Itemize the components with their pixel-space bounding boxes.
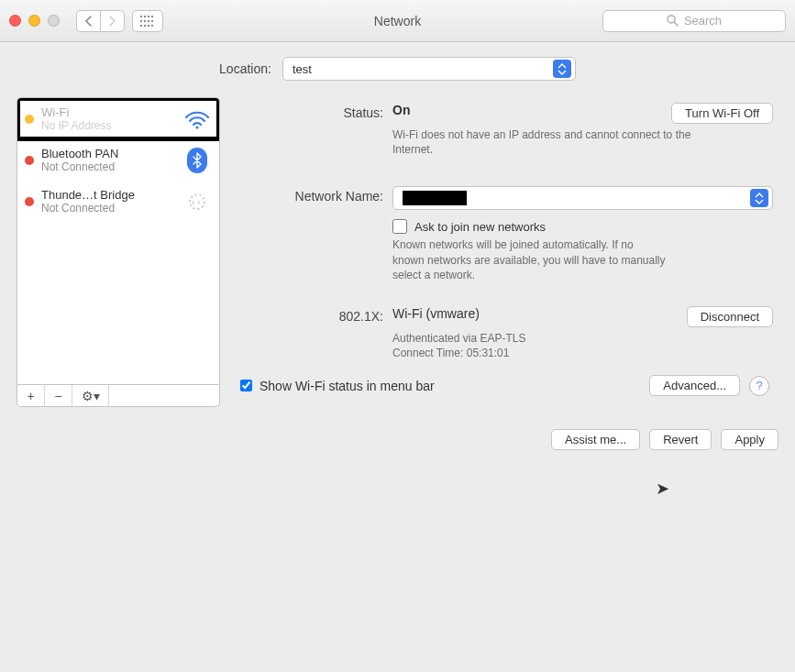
svg-rect-7	[151, 20, 153, 22]
svg-rect-0	[140, 16, 142, 17]
interface-list-toolbar: + − ⚙︎▾	[17, 385, 220, 407]
sidebar-item-sublabel: Not Connected	[41, 202, 177, 215]
svg-rect-11	[151, 25, 153, 27]
svg-rect-4	[140, 20, 142, 22]
sidebar-item-thunderbolt-bridge[interactable]: Thunde…t Bridge Not Connected ‹ ›	[17, 181, 219, 222]
network-name-select[interactable]	[392, 186, 773, 210]
svg-rect-5	[144, 20, 146, 22]
dropdown-caret-icon	[553, 60, 571, 78]
dot1x-profile-name: Wi-Fi (vmware)	[392, 306, 480, 321]
zoom-window-button[interactable]	[48, 15, 60, 27]
show-wifi-menubar-checkbox[interactable]	[240, 380, 252, 391]
help-button[interactable]: ?	[749, 376, 769, 396]
svg-rect-6	[148, 20, 149, 22]
toggle-wifi-button[interactable]: Turn Wi-Fi Off	[671, 103, 773, 124]
search-placeholder: Search	[684, 14, 722, 28]
sidebar-item-sublabel: Not Connected	[41, 160, 177, 173]
bottom-action-bar: Assist me... Revert Apply	[0, 416, 795, 465]
interface-actions-button[interactable]: ⚙︎▾	[72, 385, 109, 406]
svg-point-14	[195, 126, 198, 128]
interface-detail-panel: Status: On Turn Wi-Fi Off Wi-Fi does not…	[231, 97, 778, 407]
forward-button[interactable]	[100, 10, 125, 32]
dot1x-disconnect-button[interactable]: Disconnect	[687, 306, 773, 327]
sidebar-item-label: Bluetooth PAN	[41, 147, 177, 160]
chevron-left-icon	[84, 16, 93, 27]
revert-button[interactable]: Revert	[649, 429, 712, 450]
svg-rect-2	[148, 16, 149, 17]
titlebar: Search	[0, 0, 795, 42]
grid-icon	[140, 16, 155, 27]
assist-me-button[interactable]: Assist me...	[551, 429, 640, 450]
nav-back-forward	[76, 10, 125, 32]
search-input[interactable]: Search	[602, 10, 786, 32]
show-wifi-menubar-label: Show Wi-Fi status in menu bar	[259, 379, 435, 393]
location-select[interactable]: test	[282, 57, 576, 81]
svg-rect-10	[148, 25, 149, 27]
add-interface-button[interactable]: +	[17, 385, 45, 406]
status-value: On	[392, 103, 410, 117]
svg-rect-1	[144, 16, 146, 17]
sidebar-item-bluetooth-pan[interactable]: Bluetooth PAN Not Connected	[17, 139, 219, 181]
thunderbolt-icon: ‹ ›	[184, 191, 210, 213]
status-dot-icon	[25, 197, 34, 206]
minimize-window-button[interactable]	[28, 15, 40, 27]
status-dot-icon	[25, 115, 34, 124]
ask-to-join-label: Ask to join new networks	[414, 220, 546, 234]
dropdown-caret-icon	[750, 189, 768, 207]
interface-list: Wi-Fi No IP Address	[17, 97, 220, 385]
location-label: Location:	[219, 61, 271, 76]
svg-rect-9	[144, 25, 146, 27]
location-value: test	[293, 62, 312, 76]
sidebar-item-wifi[interactable]: Wi-Fi No IP Address	[17, 98, 219, 139]
dot1x-connect-time: Connect Time: 05:31:01	[392, 346, 695, 360]
sidebar-item-sublabel: No IP Address	[41, 119, 177, 132]
status-label: Status:	[237, 103, 392, 157]
network-name-label: Network Name:	[237, 186, 392, 282]
show-all-prefpanes-button[interactable]	[132, 10, 163, 32]
search-icon	[667, 15, 679, 27]
advanced-button[interactable]: Advanced...	[649, 375, 740, 396]
svg-line-13	[674, 22, 678, 26]
close-window-button[interactable]	[9, 15, 21, 27]
status-dot-icon	[25, 156, 34, 165]
ask-to-join-checkbox[interactable]	[392, 219, 407, 234]
remove-interface-button[interactable]: −	[45, 385, 72, 406]
sidebar-item-label: Wi-Fi	[41, 105, 177, 119]
bluetooth-icon	[184, 149, 210, 171]
sidebar-item-label: Thunde…t Bridge	[41, 188, 177, 202]
ask-to-join-help: Known networks will be joined automatica…	[392, 237, 668, 282]
wifi-icon	[184, 108, 210, 130]
dot1x-auth-text: Authenticated via EAP-TLS	[392, 331, 695, 346]
window-traffic-lights	[9, 15, 60, 27]
mouse-cursor-icon: ➤	[656, 479, 669, 499]
status-help-text: Wi-Fi does not have an IP address and ca…	[392, 127, 695, 157]
network-name-value	[403, 191, 467, 205]
chevron-right-icon	[108, 16, 116, 27]
dot1x-label: 802.1X:	[237, 306, 392, 360]
svg-rect-3	[151, 16, 153, 17]
back-button[interactable]	[76, 10, 100, 32]
svg-text:‹ ›: ‹ ›	[192, 197, 200, 207]
svg-rect-8	[140, 25, 142, 27]
apply-button[interactable]: Apply	[721, 429, 778, 450]
